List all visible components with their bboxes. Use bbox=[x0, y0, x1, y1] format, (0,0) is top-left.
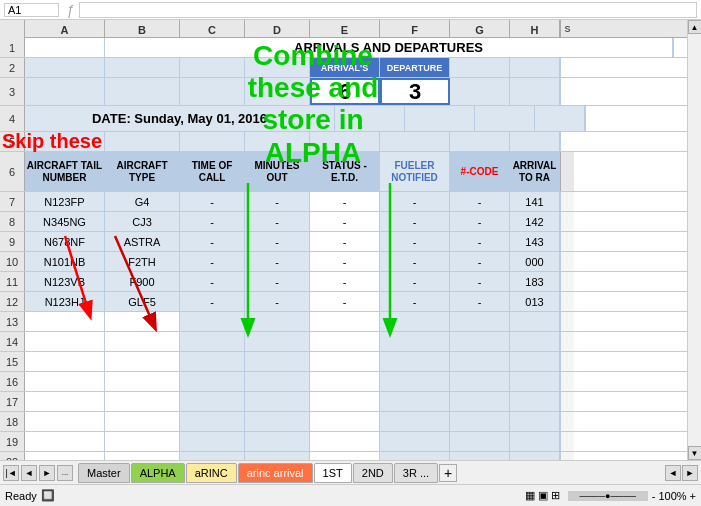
view-normal-icon[interactable]: ▦ bbox=[525, 489, 535, 502]
add-sheet-button[interactable]: + bbox=[439, 464, 457, 482]
cell-g7[interactable]: - bbox=[450, 192, 510, 211]
cell-d8[interactable]: - bbox=[245, 212, 310, 231]
cell-g13[interactable] bbox=[450, 312, 510, 331]
cell-g2[interactable] bbox=[450, 58, 510, 77]
cell-a3[interactable] bbox=[25, 78, 105, 105]
cell-g11[interactable]: - bbox=[450, 272, 510, 291]
cell-e18[interactable] bbox=[310, 412, 380, 431]
cell-f5[interactable] bbox=[380, 132, 450, 151]
tab-2nd[interactable]: 2ND bbox=[353, 463, 393, 483]
cell-d12[interactable]: - bbox=[245, 292, 310, 311]
cell-f15[interactable] bbox=[380, 352, 450, 371]
cell-e12[interactable]: - bbox=[310, 292, 380, 311]
cell-f4[interactable] bbox=[405, 106, 475, 131]
cell-c10[interactable]: - bbox=[180, 252, 245, 271]
cell-d13[interactable] bbox=[245, 312, 310, 331]
cell-d5[interactable] bbox=[245, 132, 310, 151]
cell-h7[interactable]: 141 bbox=[510, 192, 560, 211]
name-box[interactable] bbox=[4, 3, 59, 17]
cell-c17[interactable] bbox=[180, 392, 245, 411]
cell-g14[interactable] bbox=[450, 332, 510, 351]
cell-b10[interactable]: F2TH bbox=[105, 252, 180, 271]
cell-f13[interactable] bbox=[380, 312, 450, 331]
cell-h14[interactable] bbox=[510, 332, 560, 351]
cell-d18[interactable] bbox=[245, 412, 310, 431]
cell-f19[interactable] bbox=[380, 432, 450, 451]
cell-a17[interactable] bbox=[25, 392, 105, 411]
tab-1st[interactable]: 1ST bbox=[314, 463, 352, 483]
tab-scroll-left[interactable]: ◄ bbox=[665, 465, 681, 481]
cell-e11[interactable]: - bbox=[310, 272, 380, 291]
cell-d3[interactable] bbox=[245, 78, 310, 105]
cell-a18[interactable] bbox=[25, 412, 105, 431]
cell-c2[interactable] bbox=[180, 58, 245, 77]
cell-c12[interactable]: - bbox=[180, 292, 245, 311]
cell-h17[interactable] bbox=[510, 392, 560, 411]
zoom-out-icon[interactable]: - bbox=[652, 490, 656, 502]
cell-h18[interactable] bbox=[510, 412, 560, 431]
cell-b18[interactable] bbox=[105, 412, 180, 431]
scroll-down-button[interactable]: ▼ bbox=[688, 446, 702, 460]
cell-e9[interactable]: - bbox=[310, 232, 380, 251]
cell-e10[interactable]: - bbox=[310, 252, 380, 271]
cell-f8[interactable]: - bbox=[380, 212, 450, 231]
cell-h3[interactable] bbox=[510, 78, 560, 105]
cell-b19[interactable] bbox=[105, 432, 180, 451]
cell-a14[interactable] bbox=[25, 332, 105, 351]
cell-g20[interactable] bbox=[450, 452, 510, 460]
cell-d11[interactable]: - bbox=[245, 272, 310, 291]
cell-f16[interactable] bbox=[380, 372, 450, 391]
cell-g15[interactable] bbox=[450, 352, 510, 371]
cell-e20[interactable] bbox=[310, 452, 380, 460]
cell-f12[interactable]: - bbox=[380, 292, 450, 311]
cell-h2[interactable] bbox=[510, 58, 560, 77]
cell-d9[interactable]: - bbox=[245, 232, 310, 251]
cell-h5[interactable] bbox=[510, 132, 560, 151]
zoom-in-icon[interactable]: + bbox=[690, 490, 696, 502]
cell-e7[interactable]: - bbox=[310, 192, 380, 211]
cell-e4[interactable] bbox=[335, 106, 405, 131]
cell-h16[interactable] bbox=[510, 372, 560, 391]
tab-first-button[interactable]: |◄ bbox=[3, 465, 19, 481]
tab-3r[interactable]: 3R ... bbox=[394, 463, 438, 483]
cell-f20[interactable] bbox=[380, 452, 450, 460]
tab-arinc-arrival[interactable]: arinc arrival bbox=[238, 463, 313, 483]
cell-g9[interactable]: - bbox=[450, 232, 510, 251]
cell-f14[interactable] bbox=[380, 332, 450, 351]
cell-d19[interactable] bbox=[245, 432, 310, 451]
cell-h4[interactable] bbox=[535, 106, 585, 131]
cell-a16[interactable] bbox=[25, 372, 105, 391]
scroll-up-button[interactable]: ▲ bbox=[688, 20, 702, 34]
cell-f18[interactable] bbox=[380, 412, 450, 431]
cell-b20[interactable] bbox=[105, 452, 180, 460]
cell-f11[interactable]: - bbox=[380, 272, 450, 291]
tab-last-button[interactable]: ... bbox=[57, 465, 73, 481]
cell-h20[interactable] bbox=[510, 452, 560, 460]
cell-g12[interactable]: - bbox=[450, 292, 510, 311]
cell-d20[interactable] bbox=[245, 452, 310, 460]
cell-e13[interactable] bbox=[310, 312, 380, 331]
cell-f7[interactable]: - bbox=[380, 192, 450, 211]
cell-a1[interactable] bbox=[25, 38, 105, 57]
cell-b5[interactable] bbox=[105, 132, 180, 151]
cell-h13[interactable] bbox=[510, 312, 560, 331]
cell-b14[interactable] bbox=[105, 332, 180, 351]
cell-a10[interactable]: N101NB bbox=[25, 252, 105, 271]
cell-d16[interactable] bbox=[245, 372, 310, 391]
cell-a19[interactable] bbox=[25, 432, 105, 451]
cell-c5[interactable] bbox=[180, 132, 245, 151]
cell-g19[interactable] bbox=[450, 432, 510, 451]
cell-c3[interactable] bbox=[180, 78, 245, 105]
cell-a9[interactable]: N678NF bbox=[25, 232, 105, 251]
cell-b15[interactable] bbox=[105, 352, 180, 371]
cell-b3[interactable] bbox=[105, 78, 180, 105]
cell-f10[interactable]: - bbox=[380, 252, 450, 271]
cell-c14[interactable] bbox=[180, 332, 245, 351]
cell-e8[interactable]: - bbox=[310, 212, 380, 231]
tab-scroll-right[interactable]: ► bbox=[682, 465, 698, 481]
cell-b2[interactable] bbox=[105, 58, 180, 77]
cell-a2[interactable] bbox=[25, 58, 105, 77]
cell-c7[interactable]: - bbox=[180, 192, 245, 211]
cell-g18[interactable] bbox=[450, 412, 510, 431]
tab-next-button[interactable]: ► bbox=[39, 465, 55, 481]
